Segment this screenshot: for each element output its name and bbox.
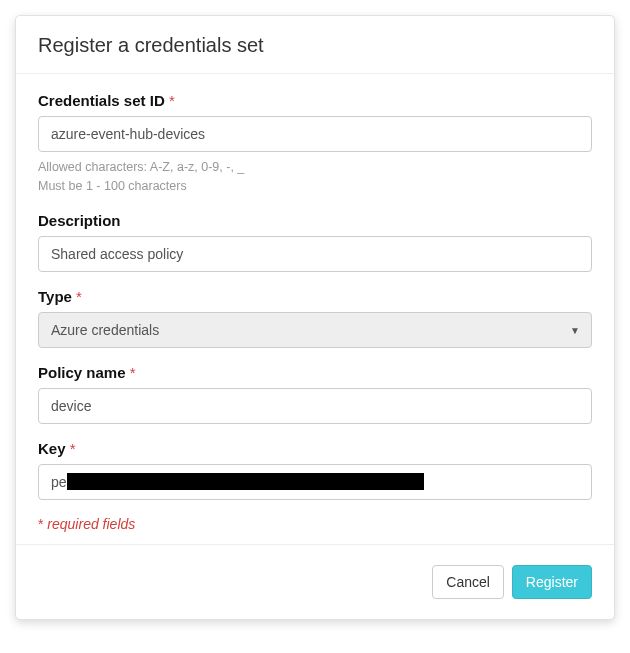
label-text: Credentials set ID <box>38 92 165 109</box>
help-text: Allowed characters: A-Z, a-z, 0-9, -, _ … <box>38 158 592 196</box>
help-line-1: Allowed characters: A-Z, a-z, 0-9, -, _ <box>38 158 592 177</box>
dialog-title: Register a credentials set <box>38 34 592 57</box>
required-asterisk: * <box>126 364 136 381</box>
credentials-id-input[interactable] <box>38 116 592 152</box>
label-description: Description <box>38 212 592 229</box>
type-select-wrap: Azure credentials ▼ <box>38 312 592 348</box>
dialog-register-credentials: Register a credentials set Credentials s… <box>15 15 615 620</box>
group-description: Description <box>38 212 592 272</box>
dialog-body: Credentials set ID * Allowed characters:… <box>16 74 614 544</box>
label-credentials-id: Credentials set ID * <box>38 92 592 109</box>
cancel-button[interactable]: Cancel <box>432 565 504 599</box>
label-key: Key * <box>38 440 592 457</box>
required-asterisk: * <box>165 92 175 109</box>
label-policy-name: Policy name * <box>38 364 592 381</box>
key-redacted <box>67 473 424 490</box>
group-key: Key * pe <box>38 440 592 500</box>
description-input[interactable] <box>38 236 592 272</box>
required-fields-note: * required fields <box>38 516 592 532</box>
dialog-header: Register a credentials set <box>16 16 614 74</box>
group-credentials-id: Credentials set ID * Allowed characters:… <box>38 92 592 196</box>
key-prefix: pe <box>51 474 67 490</box>
label-text: Key <box>38 440 66 457</box>
group-policy-name: Policy name * <box>38 364 592 424</box>
policy-name-input[interactable] <box>38 388 592 424</box>
key-input[interactable]: pe <box>38 464 592 500</box>
note-text: required fields <box>43 516 135 532</box>
type-select[interactable]: Azure credentials <box>38 312 592 348</box>
label-type: Type * <box>38 288 592 305</box>
required-asterisk: * <box>72 288 82 305</box>
group-type: Type * Azure credentials ▼ <box>38 288 592 348</box>
register-button[interactable]: Register <box>512 565 592 599</box>
dialog-footer: Cancel Register <box>16 544 614 619</box>
label-text: Policy name <box>38 364 126 381</box>
help-line-2: Must be 1 - 100 characters <box>38 177 592 196</box>
label-text: Type <box>38 288 72 305</box>
required-asterisk: * <box>66 440 76 457</box>
